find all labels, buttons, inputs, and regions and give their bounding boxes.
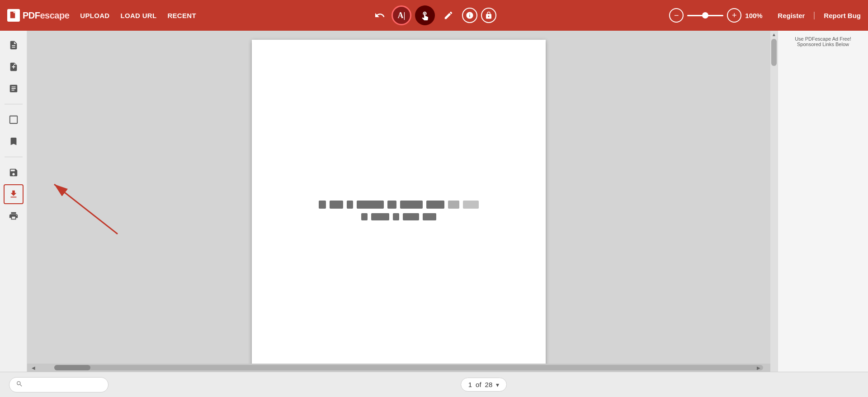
page-dropdown-button[interactable]: ▾ <box>496 381 499 388</box>
zoom-thumb <box>702 12 708 19</box>
logo-suffix: escape <box>40 10 70 20</box>
svg-rect-1 <box>9 116 17 124</box>
pencil-tool-button[interactable] <box>439 5 458 25</box>
logo-prefix: PDF <box>23 10 40 20</box>
logo-area[interactable]: PDFescape <box>7 9 69 22</box>
sidebar-bottom-group <box>0 163 27 226</box>
text-row-2 <box>361 213 436 220</box>
search-box[interactable] <box>9 377 108 392</box>
upload-link[interactable]: UPLOAD <box>80 12 109 19</box>
logo-text: PDFescape <box>23 10 69 21</box>
redacted-block <box>387 201 396 209</box>
vertical-scrollbar-thumb[interactable] <box>771 39 777 66</box>
hand-tool-button[interactable] <box>415 5 435 25</box>
redacted-block <box>463 201 479 209</box>
total-pages: 28 <box>485 381 493 388</box>
redacted-block <box>423 213 436 220</box>
page-tool-button[interactable] <box>4 35 24 55</box>
left-sidebar <box>0 31 27 372</box>
redacted-block <box>361 213 368 220</box>
nav-right: − + 100% Register Report Bug <box>669 8 861 23</box>
recent-link[interactable]: RECENT <box>167 12 196 19</box>
redacted-block <box>357 201 384 209</box>
scroll-up-button[interactable]: ▲ <box>770 31 778 38</box>
nav-links: UPLOAD LOAD URL RECENT <box>80 12 196 19</box>
logo-icon <box>7 9 20 22</box>
redacted-block <box>330 201 343 209</box>
zoom-track <box>687 15 723 16</box>
arrow-annotation <box>36 157 127 248</box>
search-input[interactable] <box>27 381 104 388</box>
zoom-in-icon: + <box>732 11 737 19</box>
svg-line-3 <box>54 184 118 234</box>
form-tool-button[interactable] <box>4 79 24 98</box>
info-button[interactable] <box>462 8 477 23</box>
text-row-1 <box>319 201 479 209</box>
top-navigation: PDFescape UPLOAD LOAD URL RECENT A| <box>0 0 868 31</box>
zoom-value: 100% <box>745 12 772 19</box>
scroll-right-button[interactable]: ▶ <box>756 365 761 370</box>
ad-line-2: Sponsored Links Below <box>782 42 864 47</box>
bottom-bar: 1 of 28 ▾ <box>0 372 868 397</box>
zoom-out-icon: − <box>674 11 679 19</box>
redacted-block <box>371 213 389 220</box>
pdf-scroll-area[interactable] <box>27 31 770 364</box>
redacted-block <box>393 213 399 220</box>
zoom-in-button[interactable]: + <box>727 8 741 23</box>
scroll-left-button[interactable]: ◀ <box>31 365 36 370</box>
report-bug-button[interactable]: Report Bug <box>824 12 861 19</box>
print-button[interactable] <box>4 206 24 226</box>
of-pages-text: of <box>476 381 481 388</box>
register-button[interactable]: Register <box>778 12 815 19</box>
page-indicator: 1 of 28 ▾ <box>461 378 507 392</box>
current-page: 1 <box>468 381 472 388</box>
sidebar-mid-group <box>0 110 27 151</box>
search-icon <box>16 380 23 389</box>
redacted-block <box>400 201 423 209</box>
sidebar-divider-1 <box>5 104 23 104</box>
dropdown-arrow-icon: ▾ <box>496 381 499 388</box>
load-url-link[interactable]: LOAD URL <box>120 12 156 19</box>
right-ad-panel: Use PDFescape Ad Free! Sponsored Links B… <box>778 31 868 372</box>
redacted-block <box>319 201 326 209</box>
sidebar-top-group <box>0 35 27 98</box>
pdf-page <box>252 40 546 364</box>
main-area: ◀ ▶ ▲ Use PDFescape Ad Free! Sponsored L… <box>0 31 868 372</box>
redacted-block <box>448 201 459 209</box>
scrollbar-track <box>54 365 763 370</box>
horizontal-scrollbar[interactable]: ◀ ▶ <box>27 364 770 372</box>
sidebar-divider-2 <box>5 157 23 157</box>
undo-button[interactable] <box>372 7 388 23</box>
vertical-scrollbar[interactable]: ▲ <box>770 31 778 372</box>
bookmark-button[interactable] <box>4 131 24 151</box>
zoom-out-button[interactable]: − <box>669 8 684 23</box>
add-page-button[interactable] <box>4 57 24 77</box>
pdf-content <box>319 201 479 220</box>
ad-line-1: Use PDFescape Ad Free! <box>782 36 864 42</box>
scrollbar-thumb[interactable] <box>54 365 90 370</box>
redacted-block <box>426 201 444 209</box>
lock-button[interactable] <box>481 8 496 23</box>
toolbar-center: A| <box>372 5 496 25</box>
redacted-block <box>403 213 419 220</box>
download-button[interactable] <box>4 184 24 204</box>
save-button[interactable] <box>4 163 24 182</box>
whitebox-button[interactable] <box>4 110 24 130</box>
zoom-controls: − + 100% <box>669 8 772 23</box>
viewer-container: ◀ ▶ <box>27 31 770 372</box>
redacted-block <box>347 201 353 209</box>
text-tool-button[interactable]: A| <box>392 5 411 25</box>
text-tool-icon: A| <box>398 11 406 20</box>
